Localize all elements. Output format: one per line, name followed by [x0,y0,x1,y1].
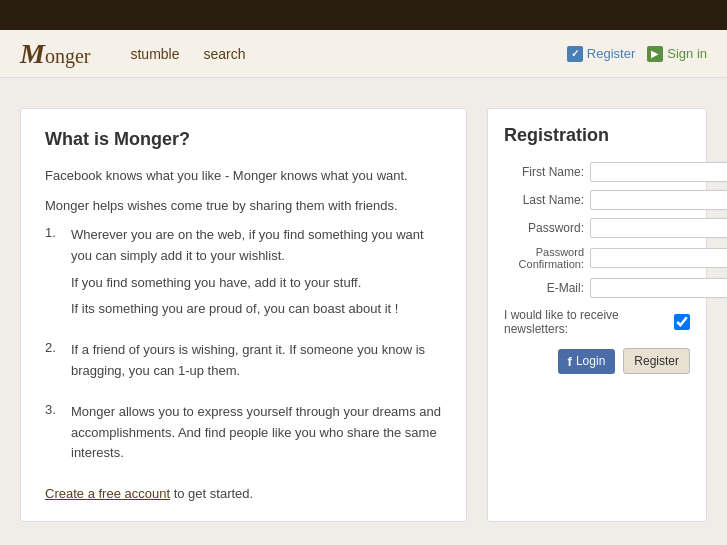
newsletter-checkbox[interactable] [674,314,690,330]
email-label: E-Mail: [504,281,584,295]
list-item-1: 1. Wherever you are on the web, if you f… [45,225,442,326]
logo-text: onger [45,45,91,68]
registration-title: Registration [504,125,690,146]
right-panel: Registration First Name: Last Name: Pass… [487,108,707,522]
last-name-input[interactable] [590,190,727,210]
list-content-3: Monger allows you to express yourself th… [71,402,442,470]
skyline-banner [0,0,727,30]
password-label: Password: [504,221,584,235]
cta-text: Create a free account to get started. [45,486,442,501]
list-item-3: 3. Monger allows you to express yourself… [45,402,442,470]
svg-rect-0 [0,0,727,30]
register-nav-label: Register [587,46,635,61]
register-nav-button[interactable]: ✓ Register [567,46,635,62]
list-1-line-1: Wherever you are on the web, if you find… [71,225,442,267]
last-name-row: Last Name: [504,190,690,210]
password-input[interactable] [590,218,727,238]
signin-nav-button[interactable]: ▶ Sign in [647,46,707,62]
facebook-icon: f [568,354,572,369]
feature-list: 1. Wherever you are on the web, if you f… [45,225,442,470]
list-content-2: If a friend of yours is wishing, grant i… [71,340,442,388]
last-name-label: Last Name: [504,193,584,207]
list-2-line-1: If a friend of yours is wishing, grant i… [71,340,442,382]
svg-marker-1 [0,2,727,30]
nav-right: ✓ Register ▶ Sign in [567,46,707,62]
password-confirm-label: Password Confirmation: [504,246,584,270]
create-account-link[interactable]: Create a free account [45,486,170,501]
logo[interactable]: M onger [20,38,90,70]
password-row: Password: [504,218,690,238]
cta-suffix: to get started. [174,486,254,501]
password-confirm-row: Password Confirmation: [504,246,690,270]
newsletter-row: I would like to receive newsletters: [504,308,690,336]
nav-stumble[interactable]: stumble [130,46,179,62]
register-submit-button[interactable]: Register [623,348,690,374]
first-name-row: First Name: [504,162,690,182]
nav-search[interactable]: search [203,46,245,62]
list-number-3: 3. [45,402,63,470]
list-number-1: 1. [45,225,63,326]
list-1-line-2: If you find something you have, add it t… [71,273,442,294]
signin-icon: ▶ [647,46,663,62]
first-name-label: First Name: [504,165,584,179]
register-icon: ✓ [567,46,583,62]
logo-m: M [20,38,45,70]
list-3-line-1: Monger allows you to express yourself th… [71,402,442,464]
navbar: M onger stumble search ✓ Register ▶ Sign… [0,30,727,78]
newsletter-label: I would like to receive newsletters: [504,308,668,336]
left-panel-title: What is Monger? [45,129,442,150]
facebook-login-label: Login [576,354,605,368]
intro-text-2: Monger helps wishes come true by sharing… [45,196,442,216]
left-panel: What is Monger? Facebook knows what you … [20,108,467,522]
list-content-1: Wherever you are on the web, if you find… [71,225,442,326]
email-row: E-Mail: [504,278,690,298]
first-name-input[interactable] [590,162,727,182]
nav-links: stumble search [130,46,566,62]
facebook-login-button[interactable]: f Login [558,349,616,374]
intro-text-1: Facebook knows what you like - Monger kn… [45,166,442,186]
main-content: What is Monger? Facebook knows what you … [0,78,727,545]
list-1-line-3: If its something you are proud of, you c… [71,299,442,320]
signin-nav-label: Sign in [667,46,707,61]
registration-form: First Name: Last Name: Password: Passwor… [504,162,690,374]
password-confirm-input[interactable] [590,248,727,268]
email-input[interactable] [590,278,727,298]
list-number-2: 2. [45,340,63,388]
button-row: f Login Register [504,348,690,374]
list-item-2: 2. If a friend of yours is wishing, gran… [45,340,442,388]
